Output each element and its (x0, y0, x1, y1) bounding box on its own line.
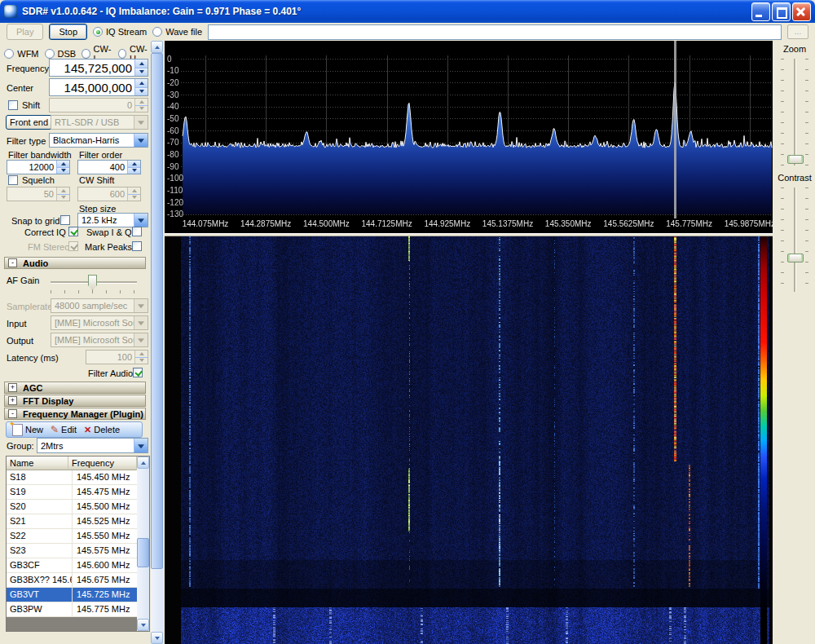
frequency-table: Name Frequency S18145.450 MHzS19145.475 … (6, 456, 150, 632)
table-row[interactable]: GB3VT145.725 MHz (7, 588, 137, 602)
cell-frequency: 145.500 MHz (73, 500, 137, 514)
frequency-input[interactable]: 145,725,000 (49, 59, 148, 77)
frequency-spinner[interactable] (134, 60, 148, 76)
combo-arrow-icon (134, 116, 148, 129)
group-combo[interactable]: 2Mtrs (37, 438, 148, 453)
expand-icon[interactable]: + (8, 396, 17, 405)
frequency-manager-toolbar: ✦ New ✎ Edit ✕ Delete (6, 421, 143, 438)
agc-section-header[interactable]: + AGC (4, 382, 146, 394)
filter-order-label: Filter order (79, 150, 122, 160)
wave-file-radio[interactable] (152, 27, 162, 37)
expand-icon[interactable]: + (8, 383, 17, 392)
table-row[interactable]: S21145.525 MHz (7, 514, 137, 529)
zoom-slider[interactable] (794, 59, 796, 165)
collapse-icon[interactable]: - (8, 409, 17, 418)
table-scrollbar-thumb[interactable] (137, 538, 149, 567)
frequency-manager-section-header[interactable]: - Frequency Manager (Plugin) (4, 408, 146, 420)
fft-display-section-header[interactable]: + FFT Display (4, 395, 146, 407)
play-button[interactable]: Play (7, 24, 43, 40)
shift-label: Shift (22, 100, 40, 110)
squelch-checkbox[interactable] (8, 175, 18, 185)
step-size-combo[interactable]: 12.5 kHz (77, 213, 148, 227)
cell-name: GB3VT (7, 588, 73, 602)
app-icon (4, 5, 17, 18)
table-row[interactable]: GB3PW145.775 MHz (7, 602, 137, 617)
display-controls: Zoom Contrast (774, 41, 815, 644)
mode-radio-wfm[interactable] (4, 49, 14, 59)
filter-bandwidth-input[interactable]: 12000 (7, 160, 70, 174)
correct-iq-checkbox[interactable] (68, 227, 78, 236)
cw-shift-input: 600 (77, 187, 141, 201)
table-row[interactable]: S22145.550 MHz (7, 529, 137, 544)
table-row[interactable]: GB3CF145.600 MHz (7, 558, 137, 573)
browse-button[interactable]: ... (787, 24, 808, 39)
cell-frequency: 145.675 MHz (73, 573, 137, 587)
center-input[interactable]: 145,000,000 (49, 78, 148, 96)
collapse-icon[interactable]: - (8, 258, 17, 267)
table-empty-area (7, 617, 137, 631)
af-gain-slider-thumb[interactable] (88, 275, 97, 290)
column-header-name[interactable]: Name (7, 457, 68, 470)
audio-input-label: Input (7, 319, 26, 329)
swap-iq-label: Swap I & Q (86, 227, 132, 237)
snap-to-grid-checkbox[interactable] (60, 215, 70, 225)
stop-button[interactable]: Stop (49, 24, 87, 40)
combo-arrow-icon (134, 134, 148, 147)
table-row[interactable]: S20145.500 MHz (7, 500, 137, 514)
filter-type-label: Filter type (7, 136, 46, 146)
waterfall-display[interactable] (165, 236, 773, 644)
samplerate-label: Samplerate (7, 302, 52, 311)
filter-type-combo[interactable]: Blackman-Harris (49, 133, 148, 148)
mode-radio-dsb[interactable] (45, 49, 55, 59)
squelch-input: 50 (7, 187, 70, 201)
iq-stream-radio[interactable] (93, 27, 103, 37)
restore-button[interactable] (772, 2, 791, 21)
af-gain-label: AF Gain (7, 276, 39, 285)
audio-section-header[interactable]: - Audio (4, 257, 146, 269)
edit-entry-button[interactable]: ✎ Edit (48, 424, 79, 435)
close-button[interactable] (792, 2, 811, 21)
scroll-down-button[interactable] (137, 619, 149, 631)
titlebar[interactable]: SDR# v1.0.0.642 - IQ Imbalance: Gain = 0… (0, 0, 815, 23)
shift-checkbox[interactable] (8, 100, 18, 110)
cell-name: S18 (7, 470, 73, 484)
zoom-slider-thumb[interactable] (787, 155, 804, 164)
minimize-button[interactable] (751, 2, 770, 21)
fm-stereo-label: FM Stereo (28, 242, 69, 252)
filter-order-input[interactable]: 400 (77, 160, 141, 174)
new-entry-button[interactable]: ✦ New (10, 424, 46, 436)
mode-radio-cw-u[interactable] (118, 49, 126, 59)
combo-arrow-icon (134, 333, 148, 346)
cell-frequency: 145.475 MHz (73, 485, 137, 499)
window-title: SDR# v1.0.0.642 - IQ Imbalance: Gain = 0… (22, 6, 750, 17)
table-row[interactable]: S19145.475 MHz (7, 485, 137, 500)
center-spinner[interactable] (134, 79, 148, 95)
delete-entry-button[interactable]: ✕ Delete (82, 425, 122, 435)
scroll-up-button[interactable] (137, 457, 149, 469)
spectrum-analyzer-display[interactable] (165, 41, 773, 233)
table-row[interactable]: GB3BX?? 145.6...145.675 MHz (7, 573, 137, 588)
combo-arrow-icon (134, 316, 148, 329)
panel-scrollbar[interactable] (151, 41, 163, 644)
minimize-icon (756, 15, 762, 17)
table-row[interactable]: S18145.450 MHz (7, 470, 137, 485)
filter-audio-checkbox[interactable] (133, 368, 143, 377)
swap-iq-checkbox[interactable] (132, 227, 142, 236)
column-header-frequency[interactable]: Frequency (68, 457, 137, 470)
latency-input: 100 (86, 350, 148, 364)
wave-file-path-input[interactable] (208, 24, 782, 40)
mode-radio-cw-l[interactable] (82, 49, 90, 59)
snap-to-grid-label: Snap to grid (11, 216, 59, 226)
cw-shift-label: CW Shift (79, 175, 114, 185)
table-row[interactable]: S23145.575 MHz (7, 544, 137, 558)
contrast-slider[interactable] (794, 187, 796, 292)
front-end-button[interactable]: Front end (6, 115, 52, 130)
mark-peaks-checkbox[interactable] (132, 241, 142, 251)
contrast-slider-thumb[interactable] (787, 254, 804, 262)
mode-radio-label: WFM (17, 49, 38, 59)
table-scrollbar[interactable] (137, 457, 149, 631)
audio-output-label: Output (7, 336, 33, 346)
scroll-up-button[interactable] (151, 41, 163, 53)
panel-scrollbar-thumb[interactable] (151, 53, 163, 569)
scroll-down-button[interactable] (151, 632, 163, 644)
